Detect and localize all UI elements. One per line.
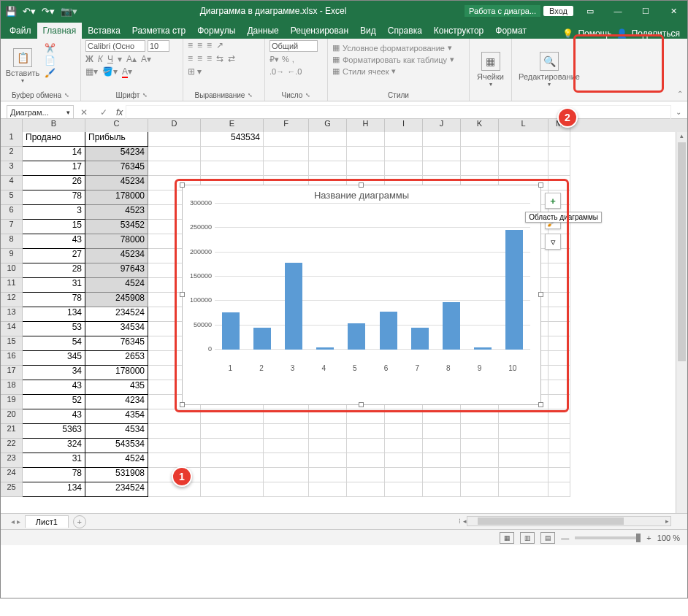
col-header-B[interactable]: B	[23, 119, 85, 132]
chart-object[interactable]: Название диаграммы 050000100000150000200…	[182, 185, 541, 405]
merge-icon[interactable]: ⊞ ▾	[188, 66, 202, 77]
clipboard-group-label: Буфер обмена	[12, 91, 61, 99]
expand-formula-icon[interactable]: ⌄	[676, 108, 687, 116]
search-icon: 🔍	[540, 52, 559, 71]
paste-button[interactable]: 📋 Вставить ▾	[5, 40, 40, 91]
chart-filter-icon[interactable]: ▿	[545, 234, 561, 250]
italic-button[interactable]: К	[98, 54, 103, 64]
tab-layout[interactable]: Разметка стр	[126, 23, 191, 39]
cells-icon: ▦	[481, 52, 500, 71]
titlebar: 💾 ↶▾ ↷▾ 📷▾ Диаграмма в диаграмме.xlsx - …	[1, 1, 687, 21]
statusbar: ▦ ▥ ▤ — + 100 %	[1, 529, 687, 545]
cells-button[interactable]: ▦Ячейки▾	[474, 40, 507, 99]
page-break-icon[interactable]: ▤	[540, 532, 555, 544]
font-group-label: Шрифт	[116, 91, 140, 99]
font-shrink-icon[interactable]: A▾	[141, 54, 151, 64]
chart-elements-icon[interactable]: +	[545, 193, 561, 209]
sheet-nav-icon[interactable]: ◂ ▸	[11, 517, 20, 525]
copy-icon[interactable]: 📄	[45, 55, 56, 66]
name-box[interactable]: Диаграм... ▾	[7, 105, 74, 120]
ribbon-body: 📋 Вставить ▾ ✂️ 📄 🖌️ Буфер обмена ⤡	[1, 39, 687, 101]
help-label[interactable]: Помощь	[578, 28, 611, 39]
login-button[interactable]: Вход	[543, 6, 573, 16]
number-format[interactable]	[270, 40, 318, 52]
sheet-tabs-bar: ◂ ▸ Лист1 + ⁞ ◂ ▸	[1, 513, 687, 529]
styles-group-label: Стили	[388, 91, 409, 99]
conditional-format-icon: ▦	[332, 43, 340, 53]
format-table-icon: ▦	[332, 55, 340, 64]
tab-data[interactable]: Данные	[241, 23, 284, 39]
v-scrollbar[interactable]: ▴	[676, 132, 687, 513]
formula-input[interactable]	[126, 105, 671, 120]
new-sheet-button[interactable]: +	[73, 515, 86, 528]
tab-design[interactable]: Конструктор	[428, 23, 489, 39]
zoom-level[interactable]: 100 %	[657, 534, 680, 542]
share-label[interactable]: Поделиться	[632, 28, 680, 39]
clipboard-icon: 📋	[13, 48, 32, 67]
grid[interactable]: B C DEF GHI JKLM 1ПроданоПрибыль54353421…	[1, 119, 687, 513]
save-icon[interactable]: 💾	[5, 6, 17, 17]
editing-button[interactable]: 🔍Редактирование▾	[516, 40, 582, 99]
zoom-out-icon[interactable]: —	[561, 534, 569, 542]
camera-icon[interactable]: 📷▾	[61, 6, 77, 17]
formula-bar: Диаграм... ▾ ✕✓ fx ⌄	[1, 101, 687, 119]
border-icon[interactable]: ▦▾	[85, 66, 98, 77]
conditional-format-button[interactable]: Условное форматирование	[343, 44, 445, 53]
redo-icon[interactable]: ↷▾	[42, 6, 55, 17]
zoom-slider[interactable]	[575, 536, 641, 539]
cut-icon[interactable]: ✂️	[45, 43, 56, 53]
format-painter-icon[interactable]: 🖌️	[45, 68, 56, 78]
ribbon-display-icon[interactable]: ▭	[576, 1, 604, 21]
h-scrollbar[interactable]: ⁞ ◂ ▸	[467, 516, 671, 526]
underline-button[interactable]: Ч	[107, 54, 113, 64]
callout-1: 1	[172, 466, 192, 487]
select-all-corner[interactable]	[1, 119, 23, 132]
font-grow-icon[interactable]: A▴	[126, 54, 137, 64]
cell-styles-button[interactable]: Стили ячеек	[343, 67, 389, 76]
close-icon[interactable]: ✕	[660, 1, 687, 21]
tab-view[interactable]: Вид	[354, 23, 382, 39]
format-table-button[interactable]: Форматировать как таблицу	[343, 55, 447, 64]
chart-x-axis: 12345678910	[215, 364, 530, 372]
maximize-icon[interactable]: ☐	[632, 1, 660, 21]
tab-home[interactable]: Главная	[37, 23, 83, 39]
fill-color-icon[interactable]: 🪣▾	[102, 66, 118, 77]
bold-button[interactable]: Ж	[85, 54, 93, 64]
enter-formula-icon[interactable]: ✓	[100, 107, 107, 118]
chart-title[interactable]: Название диаграммы	[183, 190, 540, 201]
help-icon[interactable]: 💡	[562, 28, 573, 39]
chart-tools-tab[interactable]: Работа с диагра...	[465, 5, 540, 17]
font-name[interactable]	[85, 40, 145, 52]
tab-formulas[interactable]: Формулы	[191, 23, 241, 39]
callout-2: 2	[557, 107, 578, 128]
tab-review[interactable]: Рецензирован	[285, 23, 354, 39]
normal-view-icon[interactable]: ▦	[500, 532, 514, 544]
collapse-ribbon-icon[interactable]: ⌃	[677, 90, 683, 98]
cancel-formula-icon[interactable]: ✕	[80, 107, 88, 118]
font-size[interactable]	[148, 40, 169, 52]
tab-help[interactable]: Справка	[382, 23, 428, 39]
chart-tooltip: Область диаграммы	[525, 212, 602, 223]
tab-file[interactable]: Файл	[4, 23, 37, 39]
tab-format[interactable]: Формат	[489, 23, 532, 39]
alignment-group-label: Выравнивание	[195, 91, 245, 99]
number-group-label: Число	[282, 91, 303, 99]
col-header-C[interactable]: C	[85, 119, 148, 132]
page-layout-icon[interactable]: ▥	[520, 532, 535, 544]
zoom-in-icon[interactable]: +	[646, 534, 651, 542]
cell-styles-icon: ▦	[332, 66, 340, 76]
chart-plot-area[interactable]: 050000100000150000200000250000300000	[215, 204, 530, 357]
tab-insert[interactable]: Вставка	[82, 23, 126, 39]
minimize-icon[interactable]: —	[604, 1, 632, 21]
ribbon-tabs: Файл Главная Вставка Разметка стр Формул…	[1, 21, 687, 39]
sheet-tab[interactable]: Лист1	[25, 515, 69, 528]
undo-icon[interactable]: ↶▾	[23, 6, 36, 17]
font-color-icon[interactable]: A▾	[122, 66, 132, 77]
share-icon[interactable]: 👤	[616, 28, 627, 39]
fx-icon[interactable]: fx	[116, 107, 123, 118]
window-title: Диаграмма в диаграмме.xlsx - Excel	[82, 6, 465, 16]
